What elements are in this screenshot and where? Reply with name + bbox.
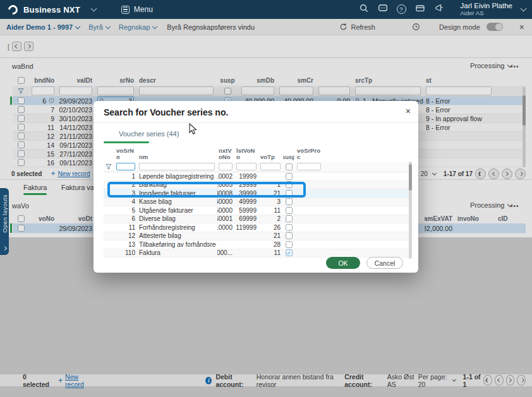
col-nm[interactable]: nm	[139, 154, 148, 162]
ok-button[interactable]: OK	[326, 257, 360, 269]
mouse-cursor	[189, 123, 197, 138]
filter-voSrNo-input[interactable]	[116, 163, 135, 170]
filter-funnel-icon[interactable]	[106, 163, 112, 170]
susp-checkbox[interactable]	[286, 198, 293, 205]
susp-checkbox[interactable]	[286, 207, 293, 214]
hamburger-menu-icon	[121, 6, 130, 14]
voucher-series-grid: voSrNo nm nxtVoNo lstVoNo voTp susp voSr…	[104, 145, 409, 258]
brand-chevron-down-icon[interactable]	[90, 6, 97, 12]
menu-label: Menu	[134, 5, 153, 14]
filter-nm-input[interactable]	[139, 163, 215, 170]
wallet-icon[interactable]	[415, 3, 425, 16]
user-chevron-down-icon[interactable]	[521, 6, 527, 12]
user-menu[interactable]: Jarl Eivin Plathe Aider AS	[461, 2, 512, 17]
filter-susp-checkbox[interactable]	[286, 163, 293, 170]
susp-checkbox[interactable]	[286, 173, 293, 180]
voucher-row[interactable]: 1Løpende bilagsregistrering1000219999	[104, 172, 409, 181]
cancel-button[interactable]: Cancel	[366, 257, 403, 269]
col-voSrProc[interactable]: voSrProc	[297, 148, 321, 162]
dialog-close-icon[interactable]: ×	[406, 106, 411, 116]
voucher-row[interactable]: 6Diverse bilag60001699992	[104, 215, 409, 224]
voucher-row[interactable]: 13Tilbakeføring av forhåndsreg.28	[104, 240, 409, 249]
help-icon[interactable]: ?	[397, 4, 406, 14]
filter-lstVoNo-input[interactable]	[236, 163, 257, 170]
active-tab-underline	[104, 141, 149, 143]
user-company: Aider AS	[461, 10, 512, 17]
top-navigation-bar: Business NXT Menu ? Jarl Eivin Plathe Ai…	[0, 0, 532, 19]
application-window: Business NXT Menu ? Jarl Eivin Plathe Ai…	[0, 0, 532, 397]
filter-voSrProc-input[interactable]	[297, 163, 321, 170]
voucher-row[interactable]: 5Utgående fakturaer500005999911	[104, 206, 409, 215]
col-voTp[interactable]: voTp	[260, 154, 275, 162]
voucher-grid-scrollbar[interactable]	[409, 162, 412, 259]
search-icon[interactable]	[359, 3, 369, 16]
megaphone-icon[interactable]	[434, 3, 444, 16]
voucher-filter-row	[104, 162, 409, 172]
voucher-row[interactable]: 11Forhåndsregistreing11000011999926	[104, 223, 409, 232]
col-voSrNo[interactable]: voSrNo	[116, 148, 135, 162]
menu-button[interactable]: Menu	[121, 5, 153, 14]
voucher-row[interactable]: 110Faktura1000...11	[104, 249, 409, 258]
voucher-row[interactable]: 4Kasse bilag40000499993	[104, 198, 409, 207]
susp-checkbox[interactable]	[286, 215, 293, 222]
susp-checkbox[interactable]	[286, 224, 293, 231]
brand-name: Business NXT	[23, 5, 80, 15]
brand-logo-icon	[6, 3, 20, 16]
col-lstVoNo[interactable]: lstVoNo	[236, 148, 257, 162]
col-susp[interactable]: susp	[283, 154, 294, 162]
col-nxtVoNo[interactable]: nxtVoNo	[219, 148, 233, 162]
susp-checkbox[interactable]	[286, 232, 293, 239]
susp-checkbox[interactable]	[286, 241, 293, 248]
filter-nxtVoNo-input[interactable]	[219, 163, 233, 170]
highlight-annotation-box	[107, 182, 306, 198]
voucher-grid-header: voSrNo nm nxtVoNo lstVoNo voTp susp voSr…	[104, 145, 409, 162]
susp-checkbox[interactable]	[286, 249, 293, 256]
voucher-row[interactable]: 12Attesterte bilag21	[104, 232, 409, 241]
filter-voTp-input[interactable]	[260, 163, 281, 170]
chat-icon[interactable]	[378, 3, 388, 16]
dialog-title: Search for Voucher series no.	[104, 107, 228, 117]
voucher-series-tab[interactable]: Voucher series (44)	[119, 130, 179, 138]
